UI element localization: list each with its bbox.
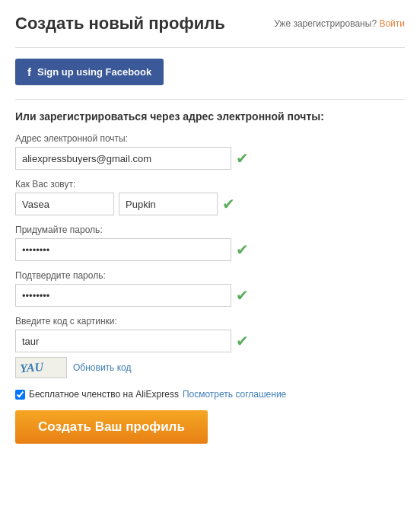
section-divider	[15, 99, 405, 100]
page-container: Создать новый профиль Уже зарегистрирова…	[0, 0, 420, 459]
captcha-input[interactable]	[15, 330, 231, 352]
captcha-input-row: ✔	[15, 330, 405, 352]
membership-row: Бесплатное членство на AliExpress Посмот…	[15, 389, 405, 400]
password-group: Придумайте пароль: ✔	[15, 225, 405, 261]
password-row: ✔	[15, 238, 405, 261]
page-title: Создать новый профиль	[15, 14, 225, 33]
confirm-password-input[interactable]	[15, 284, 231, 307]
password-check-icon: ✔	[236, 242, 249, 257]
facebook-signup-button[interactable]: f Sign up using Facebook	[15, 59, 164, 85]
name-check-icon: ✔	[222, 196, 235, 212]
facebook-section: f Sign up using Facebook	[15, 59, 405, 85]
name-group: Как Вас зовут: ✔	[15, 179, 405, 215]
top-divider	[15, 47, 405, 48]
name-row: ✔	[15, 193, 405, 215]
facebook-icon: f	[27, 65, 31, 78]
refresh-captcha-link[interactable]: Обновить код	[73, 362, 131, 373]
email-row: ✔	[15, 147, 405, 170]
email-input[interactable]	[15, 147, 231, 170]
captcha-image: YAU	[15, 357, 67, 378]
confirm-password-group: Подтвердите пароль: ✔	[15, 270, 405, 307]
name-label: Как Вас зовут:	[15, 179, 405, 190]
firstname-input[interactable]	[15, 193, 114, 215]
lastname-input[interactable]	[119, 193, 218, 215]
page-header: Создать новый профиль Уже зарегистрирова…	[15, 14, 405, 33]
email-group: Адрес электронной почты: ✔	[15, 133, 405, 170]
captcha-svg: YAU	[16, 358, 66, 378]
confirm-password-label: Подтвердите пароль:	[15, 270, 405, 281]
password-input[interactable]	[15, 238, 231, 261]
captcha-image-row: YAU Обновить код	[15, 357, 405, 378]
membership-checkbox[interactable]	[15, 390, 25, 400]
confirm-password-check-icon: ✔	[236, 288, 249, 303]
membership-text: Бесплатное членство на AliExpress	[29, 389, 179, 400]
login-prompt: Уже зарегистрированы? Войти	[274, 18, 405, 29]
agreement-link[interactable]: Посмотреть соглашение	[183, 389, 286, 400]
email-check-icon: ✔	[236, 151, 249, 166]
login-link[interactable]: Войти	[379, 18, 405, 29]
or-email-label: Или зарегистрироваться через адрес элект…	[15, 110, 405, 123]
password-label: Придумайте пароль:	[15, 225, 405, 235]
svg-text:YAU: YAU	[20, 360, 46, 375]
confirm-password-row: ✔	[15, 284, 405, 307]
captcha-label: Введите код с картинки:	[15, 316, 405, 327]
submit-button[interactable]: Создать Ваш профиль	[15, 410, 208, 444]
captcha-group: Введите код с картинки: ✔ YAU Обновить к…	[15, 316, 405, 378]
captcha-check-icon: ✔	[236, 333, 249, 349]
email-label: Адрес электронной почты:	[15, 133, 405, 144]
